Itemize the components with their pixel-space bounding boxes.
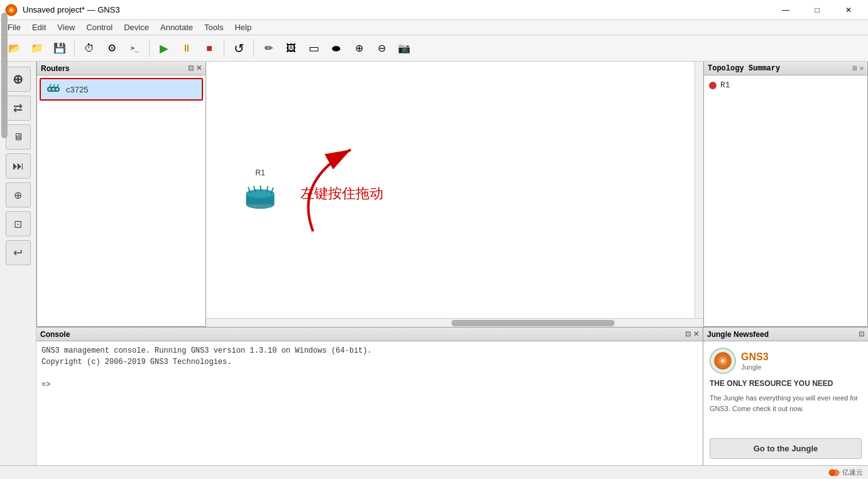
screenshot-button[interactable]: 📷 <box>393 38 415 59</box>
zoom-out-button[interactable]: ⊖ <box>371 38 392 59</box>
monitor-tool[interactable]: 🖥 <box>6 124 31 150</box>
jungle-title: Jungle Newsfeed <box>707 330 769 339</box>
maximize-button[interactable]: □ <box>803 0 832 20</box>
skip-tool[interactable]: ⏭ <box>6 153 31 179</box>
console-header-controls: ⊡ ✕ <box>685 330 699 338</box>
link-tool[interactable]: ↩ <box>6 240 31 265</box>
console-line-4: => <box>41 379 698 390</box>
router-item-label: c3725 <box>66 85 88 94</box>
zoom-in-button[interactable]: ⊕ <box>348 38 370 59</box>
reload-button[interactable]: ↺ <box>228 38 250 59</box>
titlebar: Unsaved project* — GNS3 — □ ✕ <box>0 0 868 20</box>
canvas-area[interactable]: R1 <box>206 62 695 318</box>
close-button[interactable]: ✕ <box>834 0 863 20</box>
topo-status-dot-r1 <box>709 82 717 89</box>
jungle-body-text: The Jungle has everything you will ever … <box>710 393 862 414</box>
console-panel: Console ⊡ ✕ GNS3 management console. Run… <box>36 328 703 465</box>
hscroll-thumb[interactable] <box>451 320 615 326</box>
gns3-jungle-text: GNS3 Jungle <box>741 351 769 370</box>
routers-header: Routers ⊡ ✕ <box>37 62 206 75</box>
canvas-vscroll[interactable] <box>695 62 703 318</box>
content-area: Routers ⊡ ✕ <box>36 62 868 465</box>
canvas-row: R1 <box>206 62 703 318</box>
console-line-2: Copyright (c) 2006-2019 GNS3 Technologie… <box>41 356 698 368</box>
jungle-panel: Jungle Newsfeed ⊡ <box>703 328 868 465</box>
svg-point-18 <box>721 359 725 363</box>
console-line-1: GNS3 management console. Running GNS3 ve… <box>41 345 698 356</box>
minimize-button[interactable]: — <box>771 0 800 20</box>
toolbar-separator-2 <box>149 40 150 57</box>
save-button[interactable]: 💾 <box>49 38 70 59</box>
settings-button[interactable]: ⚙ <box>101 38 123 59</box>
routers-pin-icon[interactable]: ⊡ <box>188 64 194 72</box>
topology-content: R1 <box>704 75 867 95</box>
titlebar-title: Unsaved project* — GNS3 <box>23 5 120 14</box>
topo-label-r1: R1 <box>720 80 730 90</box>
topology-title: Topology Summary <box>708 64 780 73</box>
new-folder-button[interactable]: 📁 <box>26 38 48 59</box>
menu-item-view[interactable]: View <box>52 21 80 33</box>
gns3-logo-svg <box>713 351 732 370</box>
menubar: FileEditViewControlDeviceAnnotateToolsHe… <box>0 20 868 35</box>
router-node-label: R1 <box>255 168 265 177</box>
timer-button[interactable]: ⏱ <box>79 38 100 59</box>
router-node-r1[interactable]: R1 <box>244 168 277 214</box>
toolbar: 📂 📁 💾 ⏱ ⚙ >_ ▶ ⏸ ■ ↺ ✏ 🖼 ▭ ⬬ ⊕ ⊖ 📷 <box>0 35 868 62</box>
svg-point-20 <box>833 470 839 476</box>
menu-item-control[interactable]: Control <box>81 21 118 33</box>
jungle-logo-title: GNS3 <box>741 351 769 363</box>
console-close-icon[interactable]: ✕ <box>693 330 699 338</box>
move-tool[interactable]: ⇄ <box>6 96 31 121</box>
drag-annotation-text: 左键按住拖动 <box>300 184 383 203</box>
goto-jungle-button[interactable]: Go to the Jungle <box>710 438 862 459</box>
menu-item-annotate[interactable]: Annotate <box>155 21 198 33</box>
menu-item-tools[interactable]: Tools <box>199 21 228 33</box>
console-pin-icon[interactable]: ⊡ <box>685 330 691 338</box>
menu-item-edit[interactable]: Edit <box>27 21 51 33</box>
topology-close-icon[interactable]: ✕ <box>859 64 864 72</box>
titlebar-controls: — □ ✕ <box>771 0 863 20</box>
jungle-logo-subtitle: Jungle <box>741 363 769 371</box>
svg-point-2 <box>10 9 13 11</box>
menu-item-help[interactable]: Help <box>229 21 256 33</box>
statusbar: 亿速云 <box>0 465 868 479</box>
jungle-content: GNS3 Jungle THE ONLY RESOURCE YOU NEED T… <box>703 341 868 465</box>
jungle-pin-icon[interactable]: ⊡ <box>859 330 864 338</box>
rect-button[interactable]: ▭ <box>303 38 324 59</box>
toolbar-separator-1 <box>74 40 75 57</box>
toolbar-separator-4 <box>253 40 254 57</box>
canvas-hscroll[interactable] <box>206 318 703 327</box>
pause-button[interactable]: ⏸ <box>176 38 197 59</box>
menu-item-device[interactable]: Device <box>119 21 154 33</box>
routers-panel: Routers ⊡ ✕ <box>36 62 206 327</box>
topology-header: Topology Summary ⊡ ✕ <box>704 62 867 75</box>
topology-panel: Topology Summary ⊡ ✕ R1 <box>703 62 868 327</box>
image-button[interactable]: 🖼 <box>280 38 302 59</box>
edit-button[interactable]: ✏ <box>258 38 279 59</box>
console-content[interactable]: GNS3 management console. Running GNS3 ve… <box>36 341 703 465</box>
jungle-header-controls: ⊡ <box>859 330 864 338</box>
play-button[interactable]: ▶ <box>153 38 175 59</box>
ellipse-button[interactable]: ⬬ <box>326 38 347 59</box>
statusbar-text: 亿速云 <box>842 468 863 477</box>
stop-button[interactable]: ■ <box>199 38 220 59</box>
resize-tool[interactable]: ⊡ <box>6 211 31 236</box>
bottom-panels: Console ⊡ ✕ GNS3 management console. Run… <box>36 327 868 465</box>
console-header: Console ⊡ ✕ <box>36 328 703 341</box>
statusbar-logo: 亿速云 <box>828 467 863 478</box>
routers-title: Routers <box>41 64 69 73</box>
network-tool[interactable]: ⊕ <box>6 182 31 207</box>
svg-point-5 <box>52 88 55 91</box>
topology-pin-icon[interactable]: ⊡ <box>853 64 857 72</box>
router-icon <box>46 82 61 97</box>
terminal-button[interactable]: >_ <box>124 38 145 59</box>
console-line-3 <box>41 368 698 379</box>
router-item-c3725[interactable]: c3725 <box>40 78 203 101</box>
routers-close-icon[interactable]: ✕ <box>196 64 202 72</box>
main-layout: ⊕ ⇄ 🖥 ⏭ ⊕ ⊡ ↩ Routers ⊡ ✕ <box>0 62 868 465</box>
routers-header-controls: ⊡ ✕ <box>188 64 202 72</box>
console-title: Console <box>40 330 70 339</box>
drag-annotation-arrow <box>275 118 401 244</box>
canvas-container: R1 <box>206 62 703 327</box>
pointer-tool[interactable]: ⊕ <box>6 67 31 92</box>
